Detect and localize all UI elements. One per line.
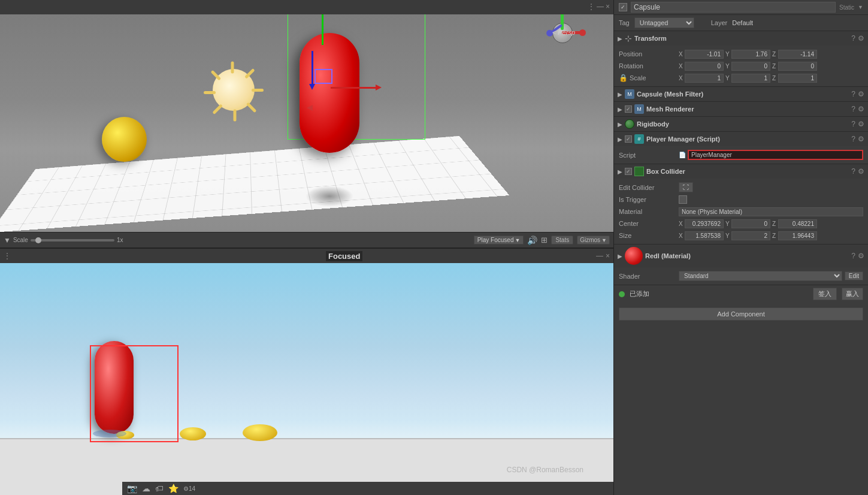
star-icon[interactable]: ⭐	[168, 484, 179, 493]
z-arrow-head	[309, 84, 315, 90]
camera-icon[interactable]: 📷	[127, 484, 137, 493]
mesh-renderer-header[interactable]: ▶ M Mesh Renderer ? ⚙	[614, 102, 868, 116]
center-y-input[interactable]	[731, 219, 770, 228]
player-manager-enabled-checkbox[interactable]	[625, 135, 632, 143]
transform-header[interactable]: ▶ ⊹ Transform ? ⚙	[614, 31, 868, 46]
material-settings-icon[interactable]: ⚙	[858, 252, 864, 260]
rigidbody-arrow-icon: ▶	[618, 121, 622, 128]
size-x-input[interactable]	[685, 231, 724, 240]
player-manager-body: Script 📄	[614, 146, 868, 164]
scene-close-icon[interactable]: ×	[606, 2, 610, 11]
scale-x-input[interactable]	[685, 74, 724, 83]
layer-label: Layer	[711, 19, 728, 26]
position-z-input[interactable]	[778, 50, 817, 59]
material-row: Material	[619, 206, 863, 218]
player-manager-arrow-icon: ▶	[618, 136, 622, 143]
added-green-dot	[619, 291, 625, 297]
mesh-renderer-enabled-checkbox[interactable]	[625, 105, 632, 113]
grid-icon[interactable]: ⊞	[541, 236, 548, 245]
rigidbody-settings-icon[interactable]: ⚙	[858, 120, 864, 128]
rigidbody-help-icon[interactable]: ?	[851, 120, 855, 128]
game-minimize-icon[interactable]: —	[596, 252, 603, 260]
rotation-x-input[interactable]	[685, 62, 724, 71]
position-x-input[interactable]	[685, 50, 724, 59]
rotation-z-input[interactable]	[778, 62, 817, 71]
tag-dropdown[interactable]: Untagged	[634, 17, 694, 28]
scale-z-input[interactable]	[778, 74, 817, 83]
mesh-filter-help-icon[interactable]: ?	[851, 90, 855, 98]
box-collider-actions: ? ⚙	[851, 167, 864, 176]
sign-in-button[interactable]: 签入	[813, 288, 837, 300]
scale-value: 1x	[117, 237, 123, 243]
material-arrow-icon: ▶	[618, 253, 622, 259]
size-y-input[interactable]	[731, 231, 770, 240]
scale-x-axis: X	[679, 74, 724, 83]
scene-dots-icon[interactable]: ⋮	[588, 2, 595, 11]
rigidbody-actions: ? ⚙	[851, 120, 864, 128]
is-trigger-checkbox[interactable]	[679, 195, 687, 204]
mesh-filter-settings-icon[interactable]: ⚙	[858, 90, 864, 98]
gizmos-arrow-icon: ▼	[601, 237, 607, 243]
center-z-input[interactable]	[778, 219, 817, 228]
position-label: Position	[619, 50, 679, 58]
transform-help-icon[interactable]: ?	[851, 34, 855, 43]
object-name-input[interactable]	[631, 2, 836, 13]
mesh-renderer-help-icon[interactable]: ?	[851, 105, 855, 113]
scale-label: Scale	[630, 74, 646, 82]
scene-gizmo[interactable]: y < Persp	[542, 12, 583, 54]
tag-icon[interactable]: 🏷	[155, 484, 164, 493]
material-help-icon[interactable]: ?	[851, 252, 855, 260]
shader-edit-button[interactable]: Edit	[845, 271, 863, 280]
center-x-input[interactable]	[685, 219, 724, 228]
material-header[interactable]: ▶ Redl (Material) ? ⚙	[614, 245, 868, 267]
scene-minimize-icon[interactable]: —	[597, 2, 604, 11]
stats-button[interactable]: Stats	[551, 236, 573, 245]
sun-object	[201, 57, 267, 123]
mesh-filter-header[interactable]: ▶ M Capsule (Mesh Filter) ? ⚙	[614, 87, 868, 101]
play-focused-button[interactable]: Play Focused ▼	[474, 236, 524, 245]
rigidbody-section: ▶ Rigidbody ? ⚙	[614, 116, 868, 131]
box-collider-settings-icon[interactable]: ⚙	[858, 167, 864, 176]
size-z-input[interactable]	[778, 231, 817, 240]
favorite-button[interactable]: 赢入	[842, 288, 863, 300]
box-collider-help-icon[interactable]: ?	[851, 167, 855, 176]
player-manager-help-icon[interactable]: ?	[851, 135, 855, 143]
object-active-checkbox[interactable]: ✓	[619, 3, 627, 11]
script-value-input[interactable]	[688, 150, 863, 160]
rotation-x-axis: X	[679, 62, 724, 71]
position-y-axis: Y	[725, 50, 770, 59]
player-manager-header[interactable]: ▶ # Player Manager (Script) ? ⚙	[614, 132, 868, 146]
box-collider-header[interactable]: ▶ Box Collider ? ⚙	[614, 164, 868, 179]
box-collider-title: Box Collider	[646, 168, 849, 175]
sun-ray-4	[212, 104, 223, 114]
player-manager-settings-icon[interactable]: ⚙	[858, 135, 864, 143]
scene-arrow-icon[interactable]: ▼	[4, 236, 11, 245]
size-row: Size X Y Z	[619, 230, 863, 242]
transform-section: ▶ ⊹ Transform ? ⚙ Position X	[614, 31, 868, 86]
scale-slider[interactable]	[31, 239, 114, 242]
box-collider-enabled-checkbox[interactable]	[625, 168, 632, 175]
box-collider-arrow-icon: ▶	[618, 168, 622, 175]
inspector-header: ✓ Static ▼	[614, 0, 868, 15]
transform-settings-icon[interactable]: ⚙	[858, 34, 864, 43]
cloud-icon[interactable]: ☁	[142, 484, 150, 493]
rigidbody-header[interactable]: ▶ Rigidbody ? ⚙	[614, 117, 868, 131]
collider-material-input[interactable]	[679, 207, 863, 216]
scale-row: 🔒 Scale X Y Z	[619, 72, 863, 84]
game-dots-icon[interactable]: ⋮	[4, 252, 11, 260]
position-y-input[interactable]	[731, 50, 770, 59]
static-dropdown-arrow[interactable]: ▼	[858, 4, 863, 10]
add-component-button[interactable]: Add Component	[619, 307, 863, 321]
is-trigger-label: Is Trigger	[619, 196, 679, 203]
audio-icon[interactable]: 🔊	[527, 236, 537, 245]
game-close-icon[interactable]: ×	[606, 252, 610, 260]
size-x-axis: X	[679, 231, 724, 240]
shader-dropdown[interactable]: Standard	[679, 271, 842, 281]
edit-collider-button[interactable]: ⛶	[679, 182, 693, 192]
mesh-renderer-settings-icon[interactable]: ⚙	[858, 105, 864, 113]
scale-y-input[interactable]	[731, 74, 770, 83]
rotation-y-input[interactable]	[731, 62, 770, 71]
scale-lock-icon: 🔒	[619, 74, 628, 82]
scale-values: X Y Z	[679, 74, 863, 83]
gizmos-button[interactable]: Gizmos ▼	[577, 236, 610, 245]
